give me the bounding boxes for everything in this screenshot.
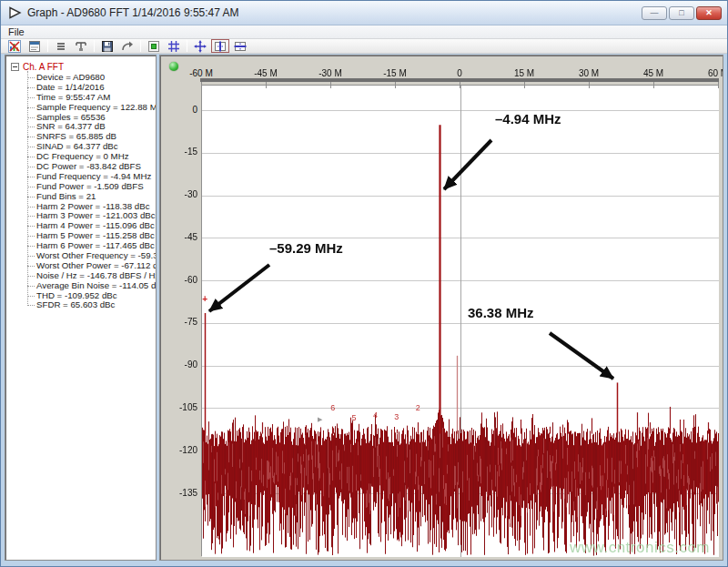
peak-annotation-label: –59.29 MHz (269, 240, 343, 256)
x-tick-mark (266, 82, 267, 88)
x-tick-mark (395, 82, 396, 88)
harmonic-marker-4: 4 (373, 410, 378, 420)
tree-item[interactable]: Fund Bins = 21 (27, 192, 156, 202)
properties-window-icon[interactable] (25, 39, 44, 53)
x-tick-label: -45 M (254, 68, 278, 78)
x-tick-label: -15 M (383, 68, 407, 78)
peak-annotation-label: –4.94 MHz (495, 111, 561, 127)
toolbar-separator (47, 40, 48, 52)
peak-annotation-label: 36.38 MHz (468, 305, 534, 320)
menu-file[interactable]: File (1, 25, 32, 39)
harmonic-marker-2: 2 (416, 403, 420, 412)
x-tick-label: 30 M (579, 68, 599, 78)
x-tick-mark (589, 82, 590, 88)
status-led-icon (169, 62, 178, 71)
titlebar: Graph - AD9680 FFT 1/14/2016 9:55:47 AM … (1, 1, 727, 25)
save-icon[interactable] (98, 39, 116, 53)
marker-icon[interactable] (145, 39, 163, 53)
close-button[interactable]: ✕ (696, 6, 722, 20)
limits-icon[interactable] (72, 39, 90, 53)
tree-root-label: Ch. A FFT (23, 62, 64, 72)
x-tick-mark (460, 82, 460, 88)
x-tick-mark (653, 82, 654, 88)
toolbar-separator (140, 40, 141, 52)
minimize-button[interactable]: — (642, 6, 667, 20)
y-tick-label: -45 (160, 232, 197, 242)
x-tick-mark (524, 82, 525, 88)
window-title: Graph - AD9680 FFT 1/14/2016 9:55:47 AM (27, 6, 642, 19)
harmonic-marker-5: 5 (352, 413, 357, 422)
x-tick-label: 45 M (643, 68, 663, 78)
harmonic-marker-3: 3 (394, 412, 399, 421)
y-tick-label: -30 (160, 189, 197, 199)
y-tick-label: -135 (160, 488, 197, 498)
cursor-arrow-icon: ▶ (318, 416, 322, 422)
y-tick-label: 0 (160, 105, 197, 115)
x-tick-label: 0 (457, 68, 462, 78)
app-play-icon (8, 6, 22, 19)
grid-icon[interactable] (165, 39, 183, 53)
export-icon[interactable] (118, 39, 136, 53)
toolbar-separator (94, 40, 95, 52)
x-tick-label: 60 M (708, 68, 723, 78)
x-tick-label: -30 M (318, 68, 342, 78)
pan-zoom-icon[interactable] (191, 39, 209, 53)
chart-panel: +23456▶–4.94 MHz–59.29 MHz36.38 MHz www.… (159, 55, 723, 561)
app-window: Graph - AD9680 FFT 1/14/2016 9:55:47 AM … (0, 0, 728, 567)
y-tick-label: -120 (160, 445, 197, 455)
x-tick-label: -60 M (189, 68, 213, 78)
split-horizontal-icon[interactable] (231, 39, 249, 53)
window-controls: —□✕ (642, 6, 722, 20)
tree-items: Device = AD9680Date = 1/14/2016Time = 9:… (27, 73, 156, 310)
fft-plot[interactable]: +23456▶–4.94 MHz–59.29 MHz36.38 MHz (201, 85, 718, 556)
y-tick-label: -105 (160, 402, 197, 412)
x-tick-mark (201, 82, 202, 88)
x-tick-mark (330, 82, 331, 88)
x-tick-mark (718, 82, 719, 88)
harmonic-marker-6: 6 (330, 403, 335, 412)
y-tick-label: -60 (160, 275, 197, 285)
tree-root-row[interactable]: Ch. A FFT (11, 61, 156, 72)
tree-item[interactable]: SFDR = 65.603 dBc (27, 300, 156, 310)
peak-plus-marker: + (202, 296, 207, 303)
main-area: Ch. A FFT Device = AD9680Date = 1/14/201… (5, 55, 723, 561)
chart-color-icon[interactable] (5, 39, 24, 53)
y-tick-label: -15 (160, 147, 197, 157)
list-icon[interactable] (52, 39, 70, 53)
parameter-tree-panel: Ch. A FFT Device = AD9680Date = 1/14/201… (5, 55, 157, 561)
fft-canvas[interactable] (202, 86, 719, 557)
watermark: www.cntronics.com (570, 539, 710, 557)
toolbar (1, 39, 727, 54)
collapse-icon[interactable] (11, 63, 19, 71)
maximize-button[interactable]: □ (669, 6, 694, 20)
tree-item[interactable]: Sample Frequency = 122.88 MHz (27, 103, 156, 113)
x-tick-label: 15 M (514, 68, 534, 78)
y-tick-label: -90 (160, 359, 197, 370)
toolbar-separator (187, 40, 187, 52)
split-vertical-icon[interactable] (211, 39, 229, 53)
tree-item[interactable]: Average Bin Noise = -114.05 dBFS (27, 281, 156, 291)
menu-bar: File (1, 25, 727, 39)
y-tick-label: -75 (160, 317, 197, 327)
